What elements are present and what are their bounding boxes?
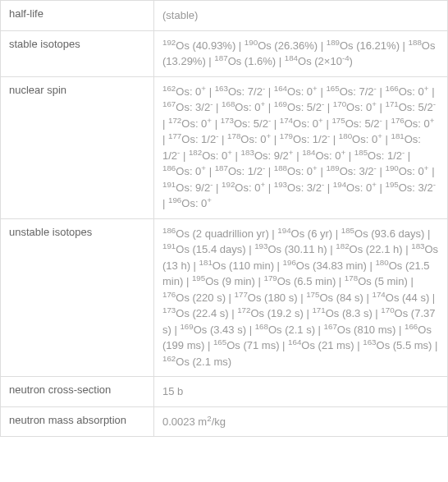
table-row: neutron cross-section15 b: [0, 377, 448, 407]
property-value: 15 b: [154, 377, 448, 406]
property-value: 0.0023 m2/kg: [154, 407, 448, 437]
table-row: stable isotopes192Os (40.93%) | 190Os (2…: [0, 31, 448, 77]
property-label: half-life: [0, 1, 154, 30]
property-label: unstable isotopes: [0, 219, 154, 377]
table-row: neutron mass absorption0.0023 m2/kg: [0, 407, 448, 438]
property-value: 186Os (2 quadrillion yr) | 194Os (6 yr) …: [154, 219, 448, 377]
property-label: neutron cross-section: [0, 377, 154, 406]
table-row: unstable isotopes186Os (2 quadrillion yr…: [0, 219, 448, 378]
property-value: 162Os: 0+ | 163Os: 7/2- | 164Os: 0+ | 16…: [154, 77, 448, 218]
property-value: (stable): [154, 1, 448, 30]
property-value: 192Os (40.93%) | 190Os (26.36%) | 189Os …: [154, 31, 448, 76]
table-row: nuclear spin162Os: 0+ | 163Os: 7/2- | 16…: [0, 77, 448, 219]
table-row: half-life(stable): [0, 0, 448, 31]
properties-table: half-life(stable)stable isotopes192Os (4…: [0, 0, 448, 437]
property-label: stable isotopes: [0, 31, 154, 76]
property-label: neutron mass absorption: [0, 407, 154, 437]
property-label: nuclear spin: [0, 77, 154, 218]
